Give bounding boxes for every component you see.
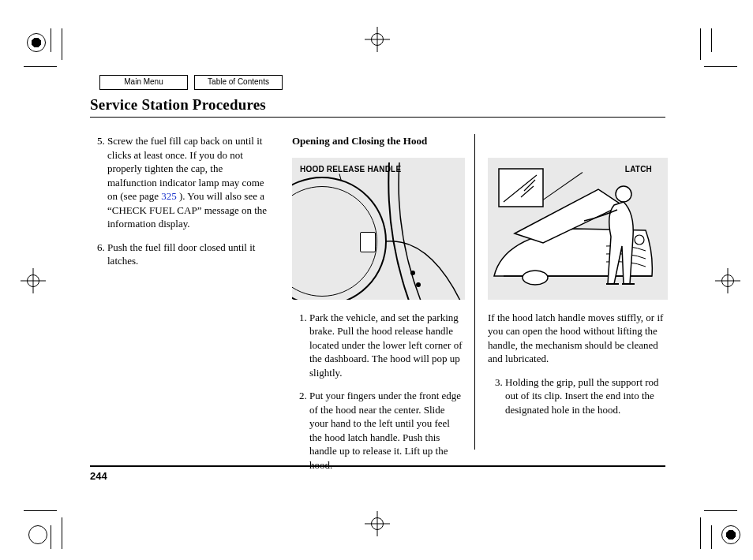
registration-mark-icon (721, 525, 740, 544)
svg-point-3 (523, 271, 548, 285)
crop-mark-icon (704, 66, 737, 67)
step-5: Screw the fuel fill cap back on until it… (107, 134, 273, 231)
crop-mark-icon (24, 510, 57, 511)
figure-hood-release: HOOD RELEASE HANDLE (292, 158, 465, 300)
figure-hood-latch: LATCH (488, 158, 668, 300)
registration-mark-icon (27, 33, 46, 52)
crop-mark-icon (51, 28, 51, 52)
footer-rule (90, 465, 665, 467)
dashboard-panel-icon (385, 162, 465, 300)
page-number: 244 (90, 470, 107, 482)
svg-point-1 (416, 282, 421, 287)
step-3: Holding the grip, pull the support rod o… (505, 375, 668, 417)
crop-mark-icon (62, 517, 62, 549)
hood-release-lever-icon (360, 232, 376, 252)
step-6: Push the fuel fill door closed until it … (107, 241, 273, 268)
title-rule (90, 117, 665, 118)
crop-mark-icon (51, 525, 51, 549)
column-1: Screw the fuel fill cap back on until it… (90, 134, 273, 278)
svg-point-0 (410, 271, 415, 275)
crop-mark-icon (700, 28, 701, 60)
hood-section-heading: Opening and Closing the Hood (292, 134, 465, 148)
hood-open-illustration-icon (488, 158, 668, 300)
crop-mark-icon (62, 28, 62, 60)
crop-mark-icon (711, 28, 712, 52)
toc-button[interactable]: Table of Contents (194, 75, 283, 90)
crop-mark-icon (704, 510, 737, 511)
svg-point-5 (616, 186, 631, 202)
svg-point-4 (635, 235, 644, 245)
registration-cross-icon (24, 271, 43, 290)
crop-mark-icon (700, 517, 701, 549)
step-1: Park the vehicle, and set the parking br… (309, 311, 465, 380)
nav-buttons: Main Menu Table of Contents (99, 75, 283, 90)
main-menu-button[interactable]: Main Menu (99, 75, 188, 90)
registration-cross-icon (368, 514, 387, 533)
hood-latch-note: If the hood latch handle moves stiffly, … (488, 311, 668, 366)
registration-ring-icon (28, 525, 47, 544)
page-link-325[interactable]: 325 (161, 190, 177, 202)
column-2: Opening and Closing the Hood HOOD RELEAS… (292, 134, 475, 450)
crop-mark-icon (24, 66, 57, 67)
column-3: x LATCH If the hood latch handle moves s… (488, 134, 668, 426)
crop-mark-icon (711, 525, 712, 549)
registration-cross-icon (718, 271, 737, 290)
page-title: Service Station Procedures (90, 96, 266, 114)
step-2: Put your fingers under the front edge of… (309, 389, 465, 472)
registration-cross-icon (368, 30, 387, 49)
